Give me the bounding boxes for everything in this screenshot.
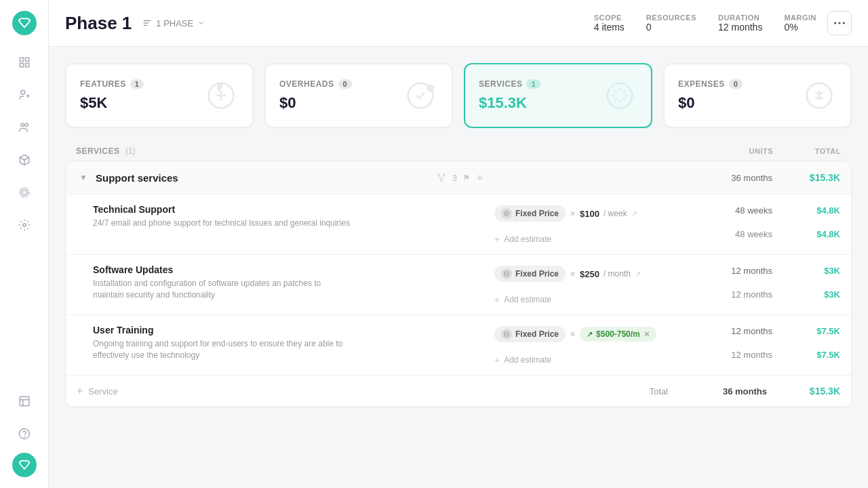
services-card[interactable]: SERVICES 1 $15.3K <box>464 63 652 128</box>
phase-selector-icon <box>142 18 152 28</box>
fixed-price-badge-2[interactable]: Fixed Price <box>494 266 566 282</box>
settings-icon[interactable] <box>11 211 38 239</box>
brain-icon[interactable] <box>11 179 38 206</box>
group-units: 36 months <box>684 173 772 183</box>
fixed-price-badge-1[interactable]: Fixed Price <box>494 205 566 222</box>
margin-value: 0% <box>784 22 797 33</box>
group-actions: 3 ⚑ ✳ <box>436 172 484 183</box>
resources-label: RESOURCES <box>646 14 696 22</box>
branch-icon <box>436 172 447 183</box>
add-estimate-1[interactable]: + Add estimate <box>494 227 684 254</box>
team-icon[interactable] <box>11 114 38 141</box>
footer-total-value: $15.3K <box>772 386 840 396</box>
group-flag-icon[interactable]: ⚑ <box>462 173 471 183</box>
sidebar <box>0 0 49 488</box>
phase-selector-label: 1 PHASE <box>156 18 193 28</box>
margin-label: MARGIN <box>784 14 816 22</box>
add-estimate-label-1: Add estimate <box>504 235 551 244</box>
software-updates-name: Software Updates <box>93 264 484 275</box>
software-updates-pricing: Fixed Price ✕ $250 / month ↗ + Add estim… <box>494 264 684 314</box>
add-service-row[interactable]: + Service Total 36 months $15.3K <box>66 375 851 407</box>
features-card[interactable]: FEATURES 1 $5K <box>65 63 254 128</box>
add-service-label: Service <box>88 386 117 396</box>
svg-point-8 <box>24 123 28 127</box>
technical-support-name: Technical Support <box>93 204 484 215</box>
user-add-icon[interactable] <box>11 81 38 108</box>
overheads-card[interactable]: OVERHEADS 0 $0 <box>264 63 453 128</box>
app-logo[interactable] <box>12 11 37 35</box>
svg-line-10 <box>20 157 24 160</box>
main-area: Phase 1 1 PHASE SCOPE 4 items RESOURCES … <box>49 0 868 488</box>
group-total: $15.3K <box>772 172 840 183</box>
software-updates-desc: Installation and configuration of softwa… <box>93 278 351 301</box>
help-icon[interactable] <box>11 420 38 447</box>
group-asterisk-icon[interactable]: ✳ <box>476 173 484 183</box>
trend-up-icon: ↗ <box>587 330 593 339</box>
expenses-icon <box>802 78 837 113</box>
fixed-price-badge-3[interactable]: Fixed Price <box>494 326 566 342</box>
bottom-logo[interactable] <box>12 453 37 477</box>
expenses-value: $0 <box>678 94 743 112</box>
fp-icon-1 <box>501 208 512 219</box>
expenses-card-title: EXPENSES <box>678 79 725 89</box>
scope-stat: SCOPE 4 items <box>594 14 625 33</box>
add-estimate-2[interactable]: + Add estimate <box>494 287 684 314</box>
grid-icon[interactable] <box>11 49 38 76</box>
price-value-2: $250 <box>580 269 599 279</box>
user-training-total-1: $7.5K <box>772 326 840 336</box>
svg-line-39 <box>441 176 444 179</box>
phase-selector[interactable]: 1 PHASE <box>142 18 205 28</box>
plus-icon-2: + <box>494 294 500 305</box>
ellipsis-icon <box>834 22 845 24</box>
overheads-badge: 0 <box>338 79 353 89</box>
technical-support-units-1: 48 weeks <box>684 205 772 216</box>
user-training-units-2: 12 months <box>684 350 772 360</box>
header-stats: SCOPE 4 items RESOURCES 0 DURATION 12 mo… <box>594 14 816 33</box>
group-name: Support services <box>96 172 436 184</box>
fixed-price-label-3: Fixed Price <box>515 329 559 339</box>
building-icon[interactable] <box>11 388 38 415</box>
add-estimate-label-2: Add estimate <box>504 295 551 304</box>
technical-support-desc: 24/7 email and phone support for technic… <box>93 218 351 229</box>
group-chevron[interactable]: ▼ <box>77 171 90 184</box>
svg-point-13 <box>20 188 29 197</box>
services-count: (1) <box>125 146 136 156</box>
scope-label: SCOPE <box>594 14 622 22</box>
margin-stat: MARGIN 0% <box>784 14 816 33</box>
technical-support-pricing: Fixed Price ✕ $100 / week ↗ + Add estima… <box>494 204 684 254</box>
svg-point-19 <box>24 436 24 436</box>
trend-icon-2: ↗ <box>635 270 641 279</box>
software-updates-units-2: 12 months <box>684 289 772 300</box>
cube-icon[interactable] <box>11 146 38 174</box>
service-table: ▼ Support services 3 ⚑ ✳ 36 months $15.3… <box>65 161 852 407</box>
plus-icon-3: + <box>494 354 500 365</box>
range-close-icon[interactable]: ✕ <box>644 330 650 339</box>
svg-point-23 <box>834 22 836 24</box>
features-badge: 1 <box>130 79 144 89</box>
technical-support-units-2: 48 weeks <box>684 229 772 239</box>
page-header: Phase 1 1 PHASE SCOPE 4 items RESOURCES … <box>49 0 868 47</box>
footer-total-label-text: Total <box>650 386 668 396</box>
expenses-card[interactable]: EXPENSES 0 $0 <box>663 63 852 128</box>
svg-line-9 <box>24 157 29 160</box>
price-range-badge[interactable]: ↗ $500-750/m ✕ <box>580 327 656 342</box>
features-value: $5K <box>80 94 144 112</box>
overheads-card-title: OVERHEADS <box>279 79 334 89</box>
overheads-value: $0 <box>279 94 352 112</box>
svg-point-32 <box>608 83 633 108</box>
user-training-name: User Training <box>93 325 484 336</box>
times-icon-2: ✕ <box>570 270 576 279</box>
price-value-1: $100 <box>580 209 599 219</box>
add-estimate-3[interactable]: + Add estimate <box>494 348 684 375</box>
svg-rect-0 <box>20 58 23 61</box>
add-estimate-label-3: Add estimate <box>504 355 551 365</box>
svg-point-4 <box>20 90 24 94</box>
duration-label: DURATION <box>718 14 760 22</box>
user-training-units-col: 12 months 12 months <box>684 325 772 360</box>
technical-support-total-2: $4.8K <box>772 229 840 239</box>
svg-rect-3 <box>25 64 28 67</box>
technical-support-units-col: 48 weeks 48 weeks <box>684 204 772 239</box>
more-options-button[interactable] <box>827 11 852 35</box>
svg-point-14 <box>22 224 26 227</box>
user-training-units-1: 12 months <box>684 326 772 336</box>
